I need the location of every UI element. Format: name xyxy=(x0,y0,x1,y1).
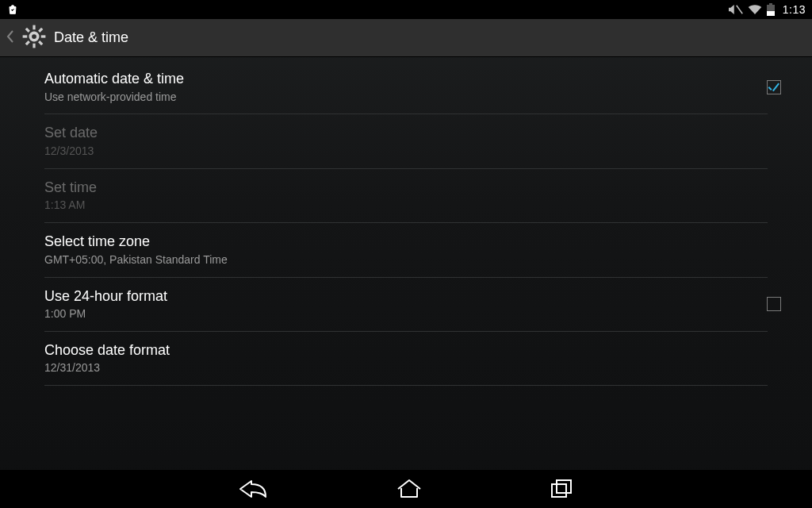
settings-row-text: Set date12/3/2013 xyxy=(44,124,745,158)
settings-row-text: Set time1:13 AM xyxy=(44,179,745,213)
settings-row-set_time: Set time1:13 AM xyxy=(0,169,812,222)
svg-rect-11 xyxy=(25,27,30,32)
system-status-bar: 1:13 xyxy=(0,0,812,19)
svg-rect-12 xyxy=(38,40,43,45)
gear-icon[interactable] xyxy=(22,25,46,52)
settings-row-text: Select time zoneGMT+05:00, Pakistan Stan… xyxy=(44,233,745,267)
settings-row-subtitle: 1:13 AM xyxy=(44,198,714,213)
settings-row-title: Automatic date & time xyxy=(44,70,714,88)
svg-rect-8 xyxy=(41,35,46,37)
home-button[interactable] xyxy=(396,478,423,500)
up-caret-icon[interactable] xyxy=(6,30,14,46)
settings-row-timezone[interactable]: Select time zoneGMT+05:00, Pakistan Stan… xyxy=(0,223,812,276)
settings-row-text: Use 24-hour format1:00 PM xyxy=(44,287,745,321)
settings-row-title: Set time xyxy=(44,179,714,197)
checkbox-auto_datetime[interactable] xyxy=(767,80,781,94)
recent-apps-button[interactable] xyxy=(550,478,575,500)
checkbox-24h[interactable] xyxy=(767,297,781,311)
settings-row-auto_datetime[interactable]: Automatic date & timeUse network-provide… xyxy=(0,60,812,114)
svg-rect-9 xyxy=(38,27,43,32)
settings-row-subtitle: 12/31/2013 xyxy=(44,360,714,375)
settings-list: Automatic date & timeUse network-provide… xyxy=(0,57,812,386)
settings-row-title: Use 24-hour format xyxy=(44,287,714,306)
svg-rect-5 xyxy=(33,25,35,29)
settings-row-text: Automatic date & timeUse network-provide… xyxy=(44,70,745,104)
settings-row-title: Choose date format xyxy=(44,341,714,360)
svg-point-13 xyxy=(32,34,36,39)
svg-rect-3 xyxy=(767,11,775,16)
settings-row-set_date: Set date12/3/2013 xyxy=(0,114,812,167)
settings-row-date_format[interactable]: Choose date format12/31/2013 xyxy=(0,332,812,385)
back-button[interactable] xyxy=(237,478,269,500)
settings-row-title: Select time zone xyxy=(44,233,714,251)
settings-row-subtitle: Use network-provided time xyxy=(44,90,714,105)
page-title: Date & time xyxy=(54,29,128,46)
battery-icon xyxy=(767,3,775,16)
divider xyxy=(44,385,768,386)
shopping-bag-icon xyxy=(6,3,19,16)
settings-row-24h[interactable]: Use 24-hour format1:00 PM xyxy=(0,278,812,331)
svg-rect-14 xyxy=(552,484,566,497)
wifi-icon xyxy=(748,3,762,16)
settings-row-widget xyxy=(745,297,802,311)
settings-row-widget xyxy=(745,80,802,94)
status-clock: 1:13 xyxy=(783,3,806,16)
svg-rect-15 xyxy=(557,480,571,493)
svg-rect-7 xyxy=(23,35,28,37)
system-nav-bar xyxy=(0,470,812,508)
action-bar: Date & time xyxy=(0,19,812,57)
svg-rect-10 xyxy=(25,40,30,45)
svg-rect-2 xyxy=(769,3,772,5)
settings-row-subtitle: 1:00 PM xyxy=(44,306,714,321)
settings-row-text: Choose date format12/31/2013 xyxy=(44,341,745,375)
svg-rect-6 xyxy=(33,43,35,48)
settings-row-title: Set date xyxy=(44,124,714,142)
svg-line-0 xyxy=(737,6,743,14)
vibrate-silent-icon xyxy=(729,3,743,16)
settings-row-subtitle: 12/3/2013 xyxy=(44,144,714,159)
settings-row-subtitle: GMT+05:00, Pakistan Standard Time xyxy=(44,252,714,267)
